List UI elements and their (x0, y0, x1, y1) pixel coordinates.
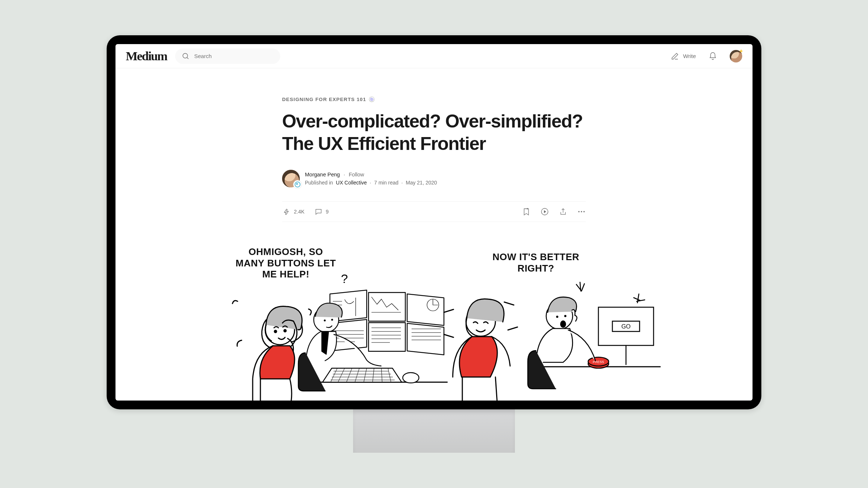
comment-icon (314, 207, 323, 216)
top-nav: Medium Write (115, 44, 753, 68)
hero-illustration: OHMIGOSH, SO MANY BUTTONS LET ME HELP! N… (282, 246, 586, 401)
clap-count: 2.4K (294, 209, 305, 215)
svg-point-29 (556, 316, 558, 318)
monitor-stand (353, 409, 515, 453)
svg-point-5 (583, 211, 585, 212)
article-action-bar: 2.4K 9 (282, 201, 586, 222)
user-avatar[interactable] (730, 50, 742, 62)
write-icon (670, 52, 679, 61)
search-input[interactable] (194, 53, 274, 59)
follow-button[interactable]: Follow (349, 172, 364, 177)
search-box[interactable] (175, 49, 280, 64)
screen: Medium Write (115, 44, 753, 401)
notifications-icon[interactable] (708, 52, 717, 61)
listen-button[interactable] (540, 207, 549, 216)
svg-point-30 (564, 315, 566, 317)
svg-point-7 (274, 330, 277, 333)
svg-point-8 (284, 330, 286, 332)
share-button[interactable] (559, 207, 568, 216)
published-in-label: Published in (305, 180, 333, 186)
svg-line-1 (187, 57, 188, 59)
article-title: Over-complicated? Over-simplified? The U… (282, 110, 586, 155)
read-time: 7 min read (374, 180, 398, 186)
svg-point-20 (331, 319, 333, 320)
byline: Morgane Peng · Follow Published in UX Co… (282, 170, 586, 187)
write-button[interactable]: Write (670, 52, 696, 61)
more-button[interactable] (577, 207, 586, 216)
avatar-spark-icon (739, 49, 744, 54)
svg-rect-13 (369, 323, 405, 351)
kicker[interactable]: DESIGNING FOR EXPERTS 101 🍥 (282, 96, 586, 102)
publication-badge-icon[interactable] (293, 180, 302, 189)
svg-point-3 (578, 211, 580, 212)
clap-button[interactable]: 2.4K (282, 207, 305, 216)
bookmark-button[interactable] (522, 207, 531, 216)
kicker-emoji-icon: 🍥 (369, 96, 375, 102)
illus-designer-right (437, 287, 529, 401)
publication-link[interactable]: UX Collective (336, 180, 367, 186)
svg-point-19 (324, 319, 326, 321)
illus-trader-screens: ? (297, 272, 451, 401)
publish-date: May 21, 2020 (406, 180, 437, 186)
article-content: DESIGNING FOR EXPERTS 101 🍥 Over-complic… (115, 68, 753, 401)
search-icon (182, 52, 190, 61)
separator-dot: · (401, 180, 403, 186)
illus-trader-simple: GO PRESS (521, 276, 661, 401)
illus-caption-right: NOW IT'S BETTER RIGHT? (488, 251, 584, 274)
write-label: Write (683, 53, 696, 59)
kicker-text: DESIGNING FOR EXPERTS 101 (282, 97, 366, 102)
svg-point-31 (560, 320, 566, 328)
svg-text:PRESS: PRESS (593, 360, 604, 364)
responses-count: 9 (326, 209, 329, 215)
separator-dot: · (344, 172, 345, 177)
separator-dot: · (370, 180, 371, 186)
responses-button[interactable]: 9 (314, 207, 329, 216)
medium-logo[interactable]: Medium (126, 49, 167, 63)
svg-point-17 (403, 373, 419, 383)
svg-text:?: ? (341, 272, 348, 286)
svg-text:GO: GO (622, 323, 631, 330)
svg-point-0 (183, 53, 188, 58)
author-avatar[interactable] (282, 170, 300, 187)
svg-point-4 (581, 211, 582, 212)
author-name[interactable]: Morgane Peng (305, 172, 340, 177)
monitor-bezel: Medium Write (107, 35, 761, 409)
clap-icon (282, 207, 291, 216)
